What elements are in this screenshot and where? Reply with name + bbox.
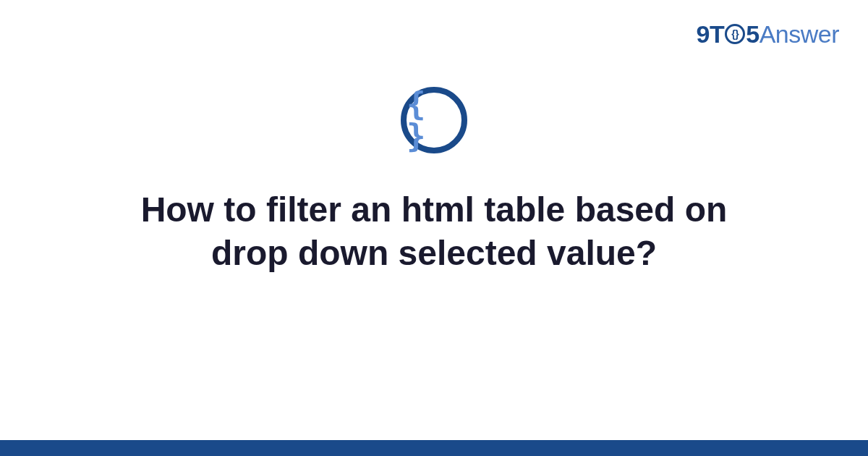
main-content: { } How to filter an html table based on… — [0, 87, 868, 275]
page-title: How to filter an html table based on dro… — [87, 188, 781, 275]
logo-text-answer: Answer — [760, 20, 839, 48]
logo-text-9t: 9T — [697, 20, 725, 48]
braces-glyph: { } — [407, 88, 461, 152]
footer-bar — [0, 440, 868, 456]
logo-braces-circle-icon: {} — [725, 24, 745, 44]
code-braces-icon: { } — [401, 87, 467, 153]
logo-text-5: 5 — [746, 20, 759, 48]
site-logo: 9T{}5Answer — [697, 20, 839, 48]
